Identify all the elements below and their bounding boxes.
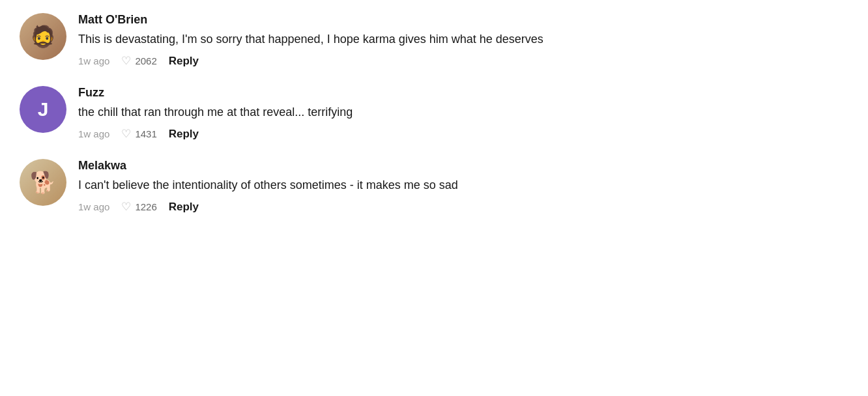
avatar-initial: J: [38, 98, 49, 120]
comment-body: Fuzz the chill that ran through me at th…: [78, 86, 848, 141]
avatar: 🐕: [20, 159, 66, 206]
username: Fuzz: [78, 86, 848, 100]
like-count: 1226: [135, 201, 156, 212]
comment-text: I can't believe the intentionality of ot…: [78, 177, 848, 193]
like-button[interactable]: ♡ 1226: [121, 200, 156, 214]
username: Matt O'Brien: [78, 13, 848, 27]
heart-icon: ♡: [121, 127, 131, 141]
avatar: 🧔: [20, 13, 66, 60]
timestamp: 1w ago: [78, 128, 109, 139]
comment-actions: 1w ago ♡ 1226 Reply: [78, 200, 848, 214]
heart-icon: ♡: [121, 54, 131, 68]
reply-button[interactable]: Reply: [169, 128, 199, 141]
timestamp: 1w ago: [78, 55, 109, 66]
like-count: 1431: [135, 128, 156, 139]
like-button[interactable]: ♡ 1431: [121, 127, 156, 141]
comment-body: Matt O'Brien This is devastating, I'm so…: [78, 13, 848, 68]
timestamp: 1w ago: [78, 201, 109, 212]
comment-item: 🐕 Melakwa I can't believe the intentiona…: [20, 159, 848, 214]
comment-text: the chill that ran through me at that re…: [78, 104, 848, 120]
heart-icon: ♡: [121, 200, 131, 214]
comment-actions: 1w ago ♡ 1431 Reply: [78, 127, 848, 141]
avatar: J: [20, 86, 66, 133]
comment-text: This is devastating, I'm so sorry that h…: [78, 31, 848, 48]
like-count: 2062: [135, 55, 156, 66]
comment-item: 🧔 Matt O'Brien This is devastating, I'm …: [20, 13, 848, 68]
comments-list: 🧔 Matt O'Brien This is devastating, I'm …: [20, 13, 848, 214]
comment-body: Melakwa I can't believe the intentionali…: [78, 159, 848, 214]
reply-button[interactable]: Reply: [169, 55, 199, 68]
username: Melakwa: [78, 159, 848, 173]
like-button[interactable]: ♡ 2062: [121, 54, 156, 68]
reply-button[interactable]: Reply: [169, 201, 199, 214]
comment-actions: 1w ago ♡ 2062 Reply: [78, 54, 848, 68]
comment-item: J Fuzz the chill that ran through me at …: [20, 86, 848, 141]
